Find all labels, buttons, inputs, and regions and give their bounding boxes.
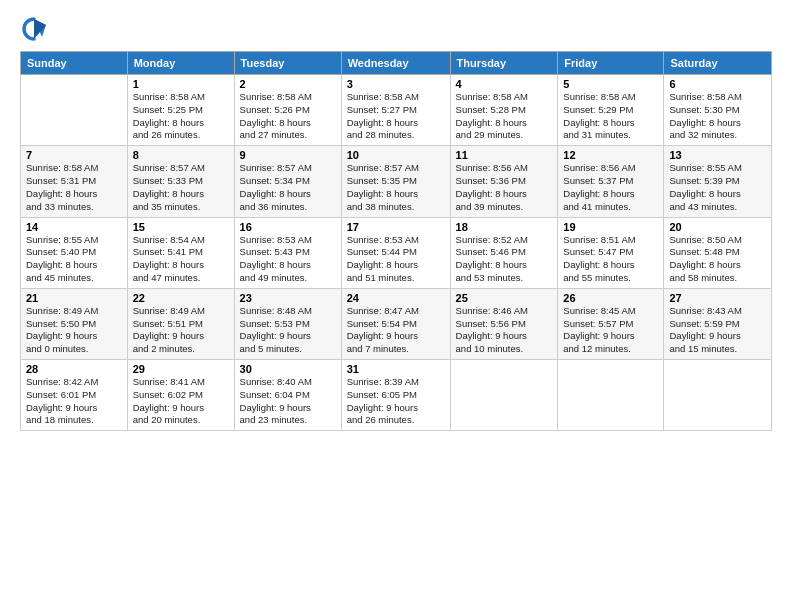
weekday-header: Thursday: [450, 52, 558, 75]
day-info: Sunrise: 8:58 AM Sunset: 5:29 PM Dayligh…: [563, 91, 658, 142]
logo-icon: [20, 15, 48, 43]
calendar-cell: 14Sunrise: 8:55 AM Sunset: 5:40 PM Dayli…: [21, 217, 128, 288]
day-number: 5: [563, 78, 658, 90]
day-info: Sunrise: 8:58 AM Sunset: 5:30 PM Dayligh…: [669, 91, 766, 142]
day-number: 28: [26, 363, 122, 375]
day-number: 10: [347, 149, 445, 161]
calendar-cell: 29Sunrise: 8:41 AM Sunset: 6:02 PM Dayli…: [127, 360, 234, 431]
header: [20, 15, 772, 43]
calendar-cell: 25Sunrise: 8:46 AM Sunset: 5:56 PM Dayli…: [450, 288, 558, 359]
day-number: 11: [456, 149, 553, 161]
calendar-cell: 5Sunrise: 8:58 AM Sunset: 5:29 PM Daylig…: [558, 75, 664, 146]
logo: [20, 15, 52, 43]
day-number: 30: [240, 363, 336, 375]
calendar-cell: 26Sunrise: 8:45 AM Sunset: 5:57 PM Dayli…: [558, 288, 664, 359]
calendar-cell: 28Sunrise: 8:42 AM Sunset: 6:01 PM Dayli…: [21, 360, 128, 431]
day-info: Sunrise: 8:58 AM Sunset: 5:31 PM Dayligh…: [26, 162, 122, 213]
calendar-week-row: 1Sunrise: 8:58 AM Sunset: 5:25 PM Daylig…: [21, 75, 772, 146]
day-number: 21: [26, 292, 122, 304]
calendar-cell: 9Sunrise: 8:57 AM Sunset: 5:34 PM Daylig…: [234, 146, 341, 217]
day-info: Sunrise: 8:56 AM Sunset: 5:36 PM Dayligh…: [456, 162, 553, 213]
day-number: 27: [669, 292, 766, 304]
day-number: 1: [133, 78, 229, 90]
calendar-cell: [558, 360, 664, 431]
day-number: 4: [456, 78, 553, 90]
calendar-cell: [21, 75, 128, 146]
day-number: 18: [456, 221, 553, 233]
calendar-cell: 7Sunrise: 8:58 AM Sunset: 5:31 PM Daylig…: [21, 146, 128, 217]
calendar-cell: 24Sunrise: 8:47 AM Sunset: 5:54 PM Dayli…: [341, 288, 450, 359]
day-number: 7: [26, 149, 122, 161]
day-info: Sunrise: 8:58 AM Sunset: 5:26 PM Dayligh…: [240, 91, 336, 142]
day-number: 17: [347, 221, 445, 233]
day-info: Sunrise: 8:55 AM Sunset: 5:39 PM Dayligh…: [669, 162, 766, 213]
calendar-cell: 2Sunrise: 8:58 AM Sunset: 5:26 PM Daylig…: [234, 75, 341, 146]
weekday-header: Friday: [558, 52, 664, 75]
day-number: 13: [669, 149, 766, 161]
day-info: Sunrise: 8:53 AM Sunset: 5:44 PM Dayligh…: [347, 234, 445, 285]
weekday-header: Monday: [127, 52, 234, 75]
calendar-week-row: 28Sunrise: 8:42 AM Sunset: 6:01 PM Dayli…: [21, 360, 772, 431]
calendar-cell: 15Sunrise: 8:54 AM Sunset: 5:41 PM Dayli…: [127, 217, 234, 288]
calendar-cell: 1Sunrise: 8:58 AM Sunset: 5:25 PM Daylig…: [127, 75, 234, 146]
calendar-week-row: 7Sunrise: 8:58 AM Sunset: 5:31 PM Daylig…: [21, 146, 772, 217]
day-info: Sunrise: 8:51 AM Sunset: 5:47 PM Dayligh…: [563, 234, 658, 285]
calendar-cell: 19Sunrise: 8:51 AM Sunset: 5:47 PM Dayli…: [558, 217, 664, 288]
day-info: Sunrise: 8:58 AM Sunset: 5:27 PM Dayligh…: [347, 91, 445, 142]
day-info: Sunrise: 8:43 AM Sunset: 5:59 PM Dayligh…: [669, 305, 766, 356]
day-number: 25: [456, 292, 553, 304]
calendar-body: 1Sunrise: 8:58 AM Sunset: 5:25 PM Daylig…: [21, 75, 772, 431]
day-info: Sunrise: 8:40 AM Sunset: 6:04 PM Dayligh…: [240, 376, 336, 427]
day-info: Sunrise: 8:39 AM Sunset: 6:05 PM Dayligh…: [347, 376, 445, 427]
calendar-cell: 13Sunrise: 8:55 AM Sunset: 5:39 PM Dayli…: [664, 146, 772, 217]
calendar-cell: 22Sunrise: 8:49 AM Sunset: 5:51 PM Dayli…: [127, 288, 234, 359]
calendar-cell: 18Sunrise: 8:52 AM Sunset: 5:46 PM Dayli…: [450, 217, 558, 288]
day-info: Sunrise: 8:56 AM Sunset: 5:37 PM Dayligh…: [563, 162, 658, 213]
day-info: Sunrise: 8:55 AM Sunset: 5:40 PM Dayligh…: [26, 234, 122, 285]
day-number: 19: [563, 221, 658, 233]
calendar-cell: 30Sunrise: 8:40 AM Sunset: 6:04 PM Dayli…: [234, 360, 341, 431]
calendar-cell: 27Sunrise: 8:43 AM Sunset: 5:59 PM Dayli…: [664, 288, 772, 359]
weekday-row: SundayMondayTuesdayWednesdayThursdayFrid…: [21, 52, 772, 75]
day-info: Sunrise: 8:47 AM Sunset: 5:54 PM Dayligh…: [347, 305, 445, 356]
calendar-cell: 21Sunrise: 8:49 AM Sunset: 5:50 PM Dayli…: [21, 288, 128, 359]
weekday-header: Saturday: [664, 52, 772, 75]
calendar-cell: 3Sunrise: 8:58 AM Sunset: 5:27 PM Daylig…: [341, 75, 450, 146]
day-number: 12: [563, 149, 658, 161]
calendar: SundayMondayTuesdayWednesdayThursdayFrid…: [20, 51, 772, 431]
day-info: Sunrise: 8:53 AM Sunset: 5:43 PM Dayligh…: [240, 234, 336, 285]
weekday-header: Tuesday: [234, 52, 341, 75]
day-number: 16: [240, 221, 336, 233]
day-info: Sunrise: 8:52 AM Sunset: 5:46 PM Dayligh…: [456, 234, 553, 285]
day-info: Sunrise: 8:54 AM Sunset: 5:41 PM Dayligh…: [133, 234, 229, 285]
calendar-cell: 10Sunrise: 8:57 AM Sunset: 5:35 PM Dayli…: [341, 146, 450, 217]
day-info: Sunrise: 8:58 AM Sunset: 5:25 PM Dayligh…: [133, 91, 229, 142]
day-number: 14: [26, 221, 122, 233]
day-info: Sunrise: 8:49 AM Sunset: 5:51 PM Dayligh…: [133, 305, 229, 356]
day-number: 22: [133, 292, 229, 304]
day-info: Sunrise: 8:45 AM Sunset: 5:57 PM Dayligh…: [563, 305, 658, 356]
day-info: Sunrise: 8:57 AM Sunset: 5:34 PM Dayligh…: [240, 162, 336, 213]
calendar-cell: 31Sunrise: 8:39 AM Sunset: 6:05 PM Dayli…: [341, 360, 450, 431]
calendar-cell: 4Sunrise: 8:58 AM Sunset: 5:28 PM Daylig…: [450, 75, 558, 146]
day-info: Sunrise: 8:42 AM Sunset: 6:01 PM Dayligh…: [26, 376, 122, 427]
calendar-week-row: 21Sunrise: 8:49 AM Sunset: 5:50 PM Dayli…: [21, 288, 772, 359]
calendar-cell: 20Sunrise: 8:50 AM Sunset: 5:48 PM Dayli…: [664, 217, 772, 288]
day-number: 29: [133, 363, 229, 375]
day-number: 26: [563, 292, 658, 304]
calendar-cell: 17Sunrise: 8:53 AM Sunset: 5:44 PM Dayli…: [341, 217, 450, 288]
day-info: Sunrise: 8:46 AM Sunset: 5:56 PM Dayligh…: [456, 305, 553, 356]
day-number: 6: [669, 78, 766, 90]
calendar-cell: [450, 360, 558, 431]
day-number: 8: [133, 149, 229, 161]
day-number: 20: [669, 221, 766, 233]
calendar-cell: 8Sunrise: 8:57 AM Sunset: 5:33 PM Daylig…: [127, 146, 234, 217]
weekday-header: Sunday: [21, 52, 128, 75]
day-info: Sunrise: 8:57 AM Sunset: 5:35 PM Dayligh…: [347, 162, 445, 213]
page: SundayMondayTuesdayWednesdayThursdayFrid…: [0, 0, 792, 612]
day-info: Sunrise: 8:41 AM Sunset: 6:02 PM Dayligh…: [133, 376, 229, 427]
day-number: 24: [347, 292, 445, 304]
calendar-cell: [664, 360, 772, 431]
day-number: 31: [347, 363, 445, 375]
weekday-header: Wednesday: [341, 52, 450, 75]
